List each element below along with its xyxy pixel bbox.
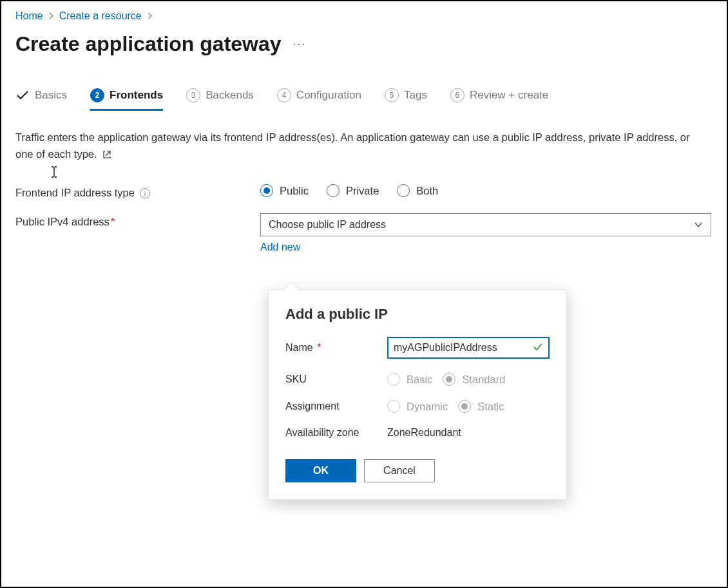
radio-icon bbox=[443, 373, 455, 386]
radio-assignment-dynamic: Dynamic bbox=[387, 400, 448, 413]
field-control: Public Private Both bbox=[260, 184, 711, 197]
field-label: SKU bbox=[285, 374, 387, 385]
validation-check-icon bbox=[533, 343, 543, 354]
select-placeholder: Choose public IP address bbox=[269, 219, 386, 231]
radio-label: Dynamic bbox=[407, 401, 448, 413]
radio-assignment-static: Static bbox=[458, 400, 504, 413]
radio-label: Private bbox=[346, 185, 379, 197]
field-label: Availability zone bbox=[285, 427, 387, 439]
required-asterisk: * bbox=[111, 216, 115, 227]
tab-backends[interactable]: 3 Backends bbox=[186, 88, 254, 111]
label-text: Name bbox=[285, 342, 313, 353]
page-title-row: Create application gateway ··· bbox=[15, 32, 713, 56]
breadcrumb-create-resource[interactable]: Create a resource bbox=[59, 10, 142, 22]
chevron-down-icon bbox=[694, 219, 703, 231]
learn-more-link[interactable] bbox=[100, 148, 111, 160]
tab-label: Review + create bbox=[470, 89, 548, 102]
radio-label: Static bbox=[477, 401, 504, 413]
tab-tags[interactable]: 5 Tags bbox=[385, 88, 427, 111]
field-frontend-ip-type: Frontend IP address type i Public Privat… bbox=[15, 184, 713, 199]
radio-label: Public bbox=[280, 185, 309, 197]
radio-public[interactable]: Public bbox=[260, 184, 309, 197]
label-text: Frontend IP address type bbox=[15, 187, 135, 199]
step-number-icon: 6 bbox=[450, 88, 465, 102]
popup-field-sku: SKU Basic Standard bbox=[285, 373, 550, 386]
required-asterisk: * bbox=[314, 342, 321, 353]
check-icon bbox=[15, 88, 30, 102]
step-number-icon: 5 bbox=[385, 88, 399, 102]
add-public-ip-popup: Add a public IP Name * SKU Basic Standar… bbox=[268, 290, 567, 500]
section-description: Traffic enters the application gateway v… bbox=[15, 129, 698, 164]
step-number-icon: 2 bbox=[90, 88, 104, 102]
availability-zone-value: ZoneRedundant bbox=[387, 427, 550, 439]
wizard-tabs: Basics 2 Frontends 3 Backends 4 Configur… bbox=[15, 88, 713, 111]
tab-label: Backends bbox=[206, 89, 254, 102]
field-label: Frontend IP address type i bbox=[15, 184, 260, 199]
popup-footer: OK Cancel bbox=[285, 459, 550, 482]
tab-label: Frontends bbox=[110, 89, 163, 102]
description-text: Traffic enters the application gateway v… bbox=[15, 131, 690, 160]
radio-label: Standard bbox=[462, 374, 505, 386]
frontend-ip-type-radio-group: Public Private Both bbox=[260, 184, 711, 197]
radio-icon bbox=[387, 373, 400, 386]
public-ip-name-input[interactable] bbox=[394, 341, 529, 355]
cancel-button[interactable]: Cancel bbox=[364, 459, 435, 482]
external-link-icon bbox=[102, 147, 111, 164]
radio-icon bbox=[397, 184, 410, 197]
field-label: Public IPv4 address* bbox=[15, 213, 260, 228]
assignment-radio-group: Dynamic Static bbox=[387, 400, 550, 413]
field-control bbox=[387, 337, 550, 359]
info-icon[interactable]: i bbox=[140, 188, 150, 198]
step-number-icon: 4 bbox=[277, 88, 291, 102]
popup-field-name: Name * bbox=[285, 337, 550, 359]
field-label: Name * bbox=[285, 342, 387, 354]
radio-sku-standard: Standard bbox=[443, 373, 505, 386]
chevron-right-icon bbox=[147, 12, 153, 21]
tab-basics[interactable]: Basics bbox=[15, 88, 67, 111]
field-public-ipv4: Public IPv4 address* Choose public IP ad… bbox=[15, 213, 713, 253]
page-title: Create application gateway bbox=[15, 32, 282, 56]
breadcrumb: Home Create a resource bbox=[15, 10, 713, 22]
tab-label: Configuration bbox=[296, 89, 361, 102]
radio-icon bbox=[458, 400, 471, 413]
field-label: Assignment bbox=[285, 401, 387, 412]
popup-field-assignment: Assignment Dynamic Static bbox=[285, 400, 550, 413]
step-number-icon: 3 bbox=[186, 88, 200, 102]
radio-sku-basic: Basic bbox=[387, 373, 432, 386]
radio-label: Both bbox=[416, 185, 438, 197]
radio-label: Basic bbox=[407, 374, 432, 386]
public-ip-select[interactable]: Choose public IP address bbox=[260, 213, 711, 236]
tab-review-create[interactable]: 6 Review + create bbox=[450, 88, 548, 111]
sku-radio-group: Basic Standard bbox=[387, 373, 550, 386]
radio-private[interactable]: Private bbox=[327, 184, 379, 197]
radio-icon bbox=[387, 400, 400, 413]
name-input-wrapper bbox=[387, 337, 550, 359]
radio-icon bbox=[327, 184, 340, 197]
radio-both[interactable]: Both bbox=[397, 184, 438, 197]
tab-label: Tags bbox=[404, 89, 427, 102]
chevron-right-icon bbox=[48, 12, 54, 21]
tab-frontends[interactable]: 2 Frontends bbox=[90, 88, 163, 111]
breadcrumb-home[interactable]: Home bbox=[15, 10, 43, 22]
popup-title: Add a public IP bbox=[285, 306, 550, 323]
label-text: Public IPv4 address bbox=[15, 216, 110, 227]
add-new-link[interactable]: Add new bbox=[260, 242, 300, 253]
radio-icon bbox=[260, 184, 273, 197]
text-cursor-icon bbox=[50, 166, 59, 178]
ok-button[interactable]: OK bbox=[285, 459, 356, 482]
tab-configuration[interactable]: 4 Configuration bbox=[277, 88, 361, 111]
tab-label: Basics bbox=[35, 89, 67, 102]
popup-field-availability-zone: Availability zone ZoneRedundant bbox=[285, 427, 550, 439]
field-control: Choose public IP address Add new bbox=[260, 213, 711, 253]
more-actions-button[interactable]: ··· bbox=[293, 37, 307, 51]
